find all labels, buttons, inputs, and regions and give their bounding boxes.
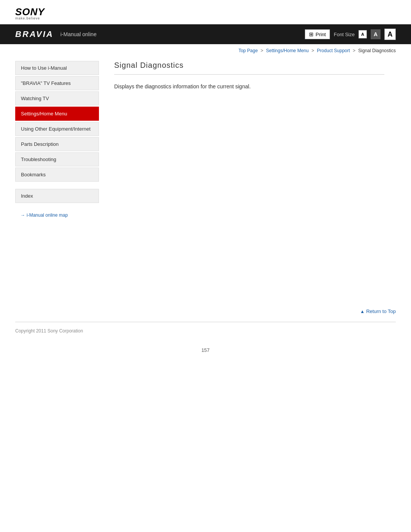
page-title: Signal Diagnostics [114, 61, 384, 75]
sony-text: SONY [15, 7, 396, 17]
sidebar-item-1[interactable]: "BRAVIA" TV Features [15, 76, 99, 90]
navbar: BRAVIA i-Manual online ⊞ Print Font Size… [0, 24, 411, 44]
font-medium-button[interactable]: A [371, 29, 381, 39]
copyright-text: Copyright 2011 Sony Corporation [15, 328, 83, 334]
return-top-label: Return to Top [366, 308, 396, 314]
page-number: 157 [0, 340, 411, 368]
breadcrumb-top-page[interactable]: Top Page [239, 48, 258, 53]
font-large-button[interactable]: A [384, 29, 396, 40]
breadcrumb-sep1: > [261, 48, 263, 53]
content-area: Signal Diagnostics Displays the diagnost… [99, 57, 396, 286]
triangle-up-icon: ▲ [360, 309, 365, 314]
sidebar-item-6[interactable]: Troubleshooting [15, 152, 99, 166]
sidebar-map-label: i-Manual online map [27, 212, 68, 218]
make-believe-text: make.believe [15, 17, 396, 20]
return-to-top-link[interactable]: ▲ Return to Top [360, 308, 396, 314]
sidebar-spacer2 [15, 204, 99, 210]
sidebar: How to Use i-Manual"BRAVIA" TV FeaturesW… [15, 57, 99, 286]
font-size-label: Font Size [334, 32, 355, 37]
sidebar-item-0[interactable]: How to Use i-Manual [15, 61, 99, 75]
breadcrumb-current: Signal Diagnostics [358, 48, 396, 53]
sidebar-item-2[interactable]: Watching TV [15, 91, 99, 105]
breadcrumb-product-support[interactable]: Product Support [317, 48, 350, 53]
footer: Copyright 2011 Sony Corporation [0, 322, 411, 340]
print-icon: ⊞ [309, 31, 314, 37]
breadcrumb-sep2: > [312, 48, 314, 53]
navbar-subtitle: i-Manual online [61, 31, 97, 37]
breadcrumb-sep3: > [353, 48, 355, 53]
navbar-right: ⊞ Print Font Size A A A [305, 29, 396, 40]
sidebar-map-link[interactable]: → i-Manual online map [15, 210, 73, 220]
arrow-icon: → [21, 212, 25, 218]
bravia-logo: BRAVIA [15, 29, 54, 39]
print-button[interactable]: ⊞ Print [305, 29, 330, 39]
breadcrumb-settings-home[interactable]: Settings/Home Menu [266, 48, 309, 53]
main-layout: How to Use i-Manual"BRAVIA" TV FeaturesW… [0, 57, 411, 286]
sidebar-item-index[interactable]: Index [15, 189, 99, 203]
sidebar-item-4[interactable]: Using Other Equipment/Internet [15, 122, 99, 136]
navbar-left: BRAVIA i-Manual online [15, 29, 97, 39]
print-label: Print [315, 32, 326, 37]
content-description: Displays the diagnostics information for… [114, 82, 384, 91]
sony-logo: SONY make.believe [15, 7, 396, 20]
sidebar-item-5[interactable]: Parts Description [15, 137, 99, 151]
sidebar-spacer [15, 183, 99, 189]
font-small-button[interactable]: A [358, 30, 367, 38]
logo-area: SONY make.believe [0, 0, 411, 24]
breadcrumb: Top Page > Settings/Home Menu > Product … [0, 44, 411, 57]
sidebar-item-3[interactable]: Settings/Home Menu [15, 107, 99, 121]
return-top-bar: ▲ Return to Top [0, 301, 411, 322]
sidebar-item-7[interactable]: Bookmarks [15, 168, 99, 182]
